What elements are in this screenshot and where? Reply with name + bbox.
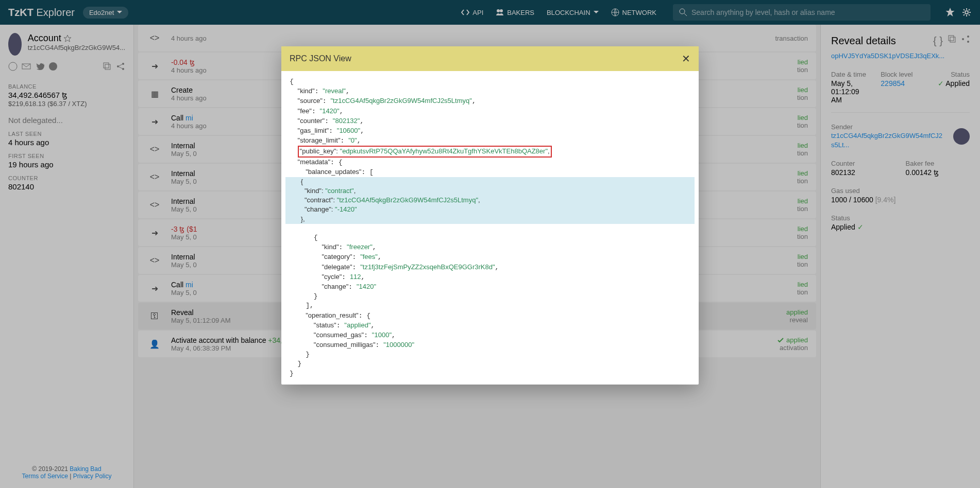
json-viewer: { "kind": "reveal", "source": "tz1cCG4Af…	[281, 71, 699, 385]
close-icon[interactable]: ✕	[682, 53, 690, 65]
modal-header: RPC JSON View ✕	[281, 46, 699, 71]
json-modal: RPC JSON View ✕ { "kind": "reveal", "sou…	[281, 46, 699, 385]
modal-title: RPC JSON View	[290, 54, 351, 63]
